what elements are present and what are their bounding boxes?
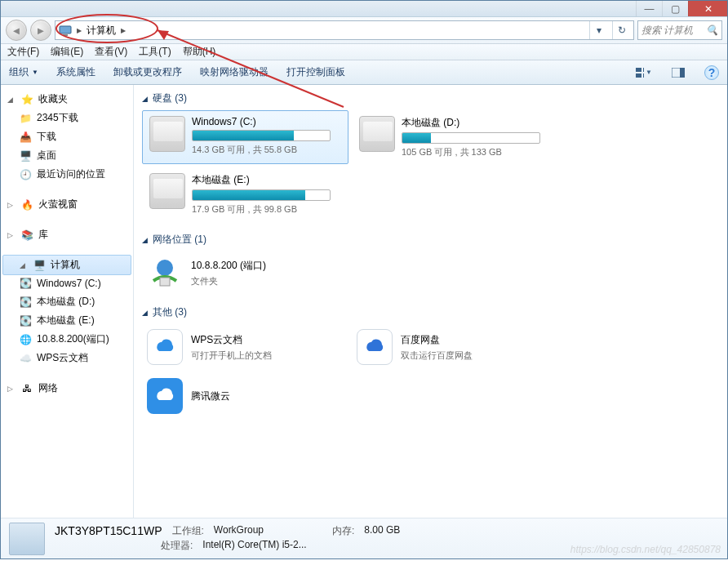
- menu-edit[interactable]: 编辑(E): [51, 45, 83, 59]
- menu-view[interactable]: 查看(V): [95, 45, 127, 59]
- search-placeholder: 搜索 计算机: [641, 24, 693, 38]
- drive-item[interactable]: 本地磁盘 (D:)105 GB 可用 , 共 133 GB: [352, 110, 558, 164]
- cloud-icon: [357, 329, 393, 365]
- preview-pane-button[interactable]: [670, 65, 686, 80]
- tree-drive-c[interactable]: 💽Windows7 (C:): [1, 274, 133, 292]
- drive-freespace: 105 GB 可用 , 共 133 GB: [402, 146, 553, 158]
- other-sub: 双击运行百度网盘: [401, 349, 553, 362]
- other-sub: 可打开手机上的文档: [191, 349, 344, 362]
- computer-thumb-icon: [9, 523, 45, 555]
- refresh-button[interactable]: ↻: [612, 21, 630, 39]
- section-other: ◢其他 (3) WPS云文档可打开手机上的文档百度网盘双击运行百度网盘腾讯微云: [142, 305, 719, 419]
- section-netloc: ◢网络位置 (1) 10.8.8.200 (端口) 文件夹: [142, 233, 719, 294]
- drive-icon: [359, 116, 395, 152]
- back-button[interactable]: ◄: [6, 20, 27, 41]
- breadcrumb-computer[interactable]: 计算机: [87, 24, 116, 38]
- svg-point-10: [157, 260, 173, 276]
- section-drives-header[interactable]: ◢硬盘 (3): [142, 91, 719, 105]
- section-drives: ◢硬盘 (3) Windows7 (C:)14.3 GB 可用 , 共 55.8…: [142, 91, 719, 221]
- svg-rect-11: [160, 278, 170, 286]
- maximize-icon: ▢: [671, 3, 680, 15]
- breadcrumb-sep-2[interactable]: ▶: [121, 27, 126, 34]
- computer-icon: 🖥️: [33, 259, 46, 272]
- close-button[interactable]: ✕: [688, 1, 727, 16]
- network-icon: 🖧: [20, 382, 33, 395]
- libraries-icon: 📚: [20, 229, 33, 242]
- star-icon: ⭐: [20, 93, 33, 106]
- tree-drive-e[interactable]: 💽本地磁盘 (E:): [1, 311, 133, 330]
- fav-2345[interactable]: 📁2345下载: [1, 109, 133, 127]
- cloud-icon: [147, 378, 183, 414]
- drive-icon: 💽: [19, 277, 32, 290]
- maximize-button[interactable]: ▢: [662, 1, 688, 16]
- group-favorites: ◢⭐收藏夹 📁2345下载 📥下载 🖥️桌面 🕘最近访问的位置: [1, 90, 133, 184]
- cloud-icon: [147, 329, 183, 365]
- menu-file[interactable]: 文件(F): [7, 45, 39, 59]
- fav-recent[interactable]: 🕘最近访问的位置: [1, 165, 133, 184]
- tree-netloc[interactable]: 🌐10.8.8.200(端口): [1, 330, 133, 349]
- drive-icon: [149, 116, 185, 152]
- explorer-window: — ▢ ✕ ◄ ► ▶ 计算机 ▶ ▾ ↻ 搜索 计算机 🔍 文件(F) 编辑(…: [0, 0, 728, 559]
- tree-drive-d[interactable]: 💽本地磁盘 (D:): [1, 292, 133, 311]
- other-item[interactable]: 百度网盘双击运行百度网盘: [352, 324, 558, 370]
- command-bar: 组织 ▼ 系统属性 卸载或更改程序 映射网络驱动器 打开控制面板 ▼ ?: [1, 60, 727, 85]
- help-button[interactable]: ?: [704, 65, 719, 80]
- chevron-down-icon: ▼: [32, 69, 38, 76]
- network-header[interactable]: ▷🖧网络: [1, 379, 133, 398]
- cmd-mapdrive[interactable]: 映射网络驱动器: [200, 65, 269, 79]
- detail-mem-label: 内存:: [332, 524, 354, 538]
- view-mode-button[interactable]: ▼: [636, 65, 652, 80]
- downloads-icon: 📥: [19, 131, 32, 144]
- fav-downloads[interactable]: 📥下载: [1, 127, 133, 146]
- body: ◢⭐收藏夹 📁2345下载 📥下载 🖥️桌面 🕘最近访问的位置 ▷🔥火萤视窗 ▷…: [1, 85, 727, 518]
- navigation-pane: ◢⭐收藏夹 📁2345下载 📥下载 🖥️桌面 🕘最近访问的位置 ▷🔥火萤视窗 ▷…: [1, 85, 134, 518]
- svg-rect-4: [636, 68, 641, 72]
- forward-button[interactable]: ►: [30, 20, 51, 41]
- netloc-name: 10.8.8.200 (端口): [191, 259, 714, 273]
- drive-item[interactable]: Windows7 (C:)14.3 GB 可用 , 共 55.8 GB: [142, 110, 348, 164]
- breadcrumb-sep: ▶: [77, 27, 82, 34]
- detail-cpu: Intel(R) Core(TM) i5-2...: [202, 539, 306, 553]
- svg-rect-5: [643, 68, 644, 72]
- other-item[interactable]: WPS云文档可打开手机上的文档: [142, 324, 348, 370]
- close-icon: ✕: [704, 3, 712, 15]
- drive-item[interactable]: 本地磁盘 (E:)17.9 GB 可用 , 共 99.8 GB: [142, 167, 348, 221]
- menu-tools[interactable]: 工具(T): [139, 45, 171, 59]
- minimize-icon: —: [645, 3, 655, 15]
- tree-wpscloud[interactable]: ☁️WPS云文档: [1, 349, 133, 367]
- search-input[interactable]: 搜索 计算机 🔍: [637, 20, 722, 40]
- network-folder-icon: 🌐: [19, 333, 32, 346]
- collapse-icon: ◢: [142, 236, 148, 244]
- refresh-icon: ↻: [618, 24, 626, 36]
- computer-icon: [59, 24, 72, 37]
- favorites-header[interactable]: ◢⭐收藏夹: [1, 90, 133, 109]
- netloc-item[interactable]: 10.8.8.200 (端口) 文件夹: [142, 251, 719, 294]
- recent-icon: 🕘: [19, 168, 32, 181]
- collapse-icon: ◢: [142, 309, 148, 317]
- section-netloc-header[interactable]: ◢网络位置 (1): [142, 233, 719, 247]
- capacity-bar: [192, 130, 331, 141]
- svg-rect-3: [63, 34, 68, 36]
- detail-name: JKT3Y8PT15C11WP: [55, 524, 162, 538]
- cmd-sysprops[interactable]: 系统属性: [56, 65, 95, 79]
- fav-desktop[interactable]: 🖥️桌面: [1, 146, 133, 165]
- other-name: WPS云文档: [191, 333, 344, 347]
- svg-rect-2: [60, 26, 71, 33]
- other-item[interactable]: 腾讯微云: [142, 373, 348, 419]
- cmd-uninstall[interactable]: 卸载或更改程序: [113, 65, 182, 79]
- address-bar[interactable]: ▶ 计算机 ▶ ▾ ↻: [55, 20, 634, 40]
- firefly-header[interactable]: ▷🔥火萤视窗: [1, 195, 133, 214]
- history-dropdown[interactable]: ▾: [589, 21, 607, 39]
- capacity-bar: [402, 132, 540, 144]
- section-other-header[interactable]: ◢其他 (3): [142, 305, 719, 319]
- cmd-organize[interactable]: 组织 ▼: [9, 65, 38, 79]
- menu-help[interactable]: 帮助(H): [183, 45, 216, 59]
- detail-mem: 8.00 GB: [364, 524, 400, 538]
- minimize-button[interactable]: —: [636, 1, 662, 16]
- libraries-header[interactable]: ▷📚库: [1, 225, 133, 244]
- cmd-controlpanel[interactable]: 打开控制面板: [286, 65, 345, 79]
- nav-row: ◄ ► ▶ 计算机 ▶ ▾ ↻ 搜索 计算机 🔍: [1, 17, 727, 44]
- computer-header[interactable]: ◢🖥️计算机: [2, 255, 131, 275]
- drive-icon: [149, 173, 185, 209]
- menu-bar: 文件(F) 编辑(E) 查看(V) 工具(T) 帮助(H): [1, 44, 727, 60]
